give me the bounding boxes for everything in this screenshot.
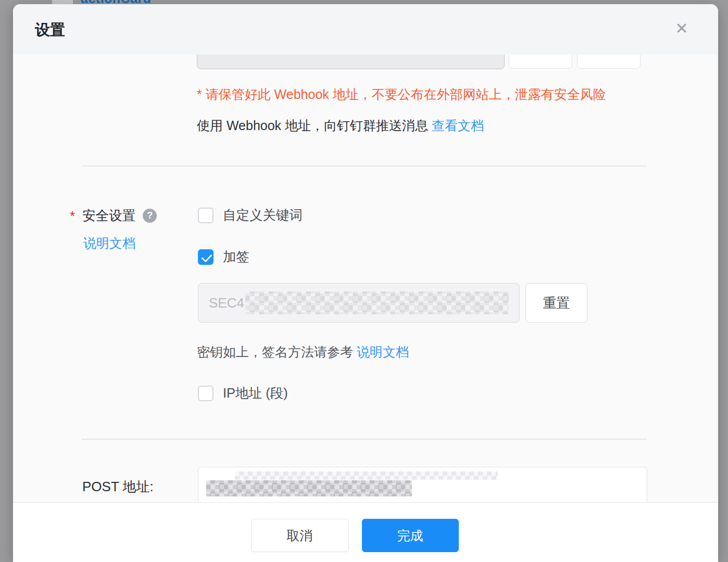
dialog-body[interactable]: * 请保管好此 Webhook 地址，不要公布在外部网站上，泄露有安全风险 使用… [13,55,718,502]
required-asterisk: * [70,208,75,224]
settings-dialog: 设置 ✕ * 请保管好此 Webhook 地址，不要公布在外部网站上，泄露有安全… [13,4,718,562]
masked-secret-value [245,291,509,314]
option-row-sign: 加签 [198,248,249,266]
footer-button-row: 取消 完成 [13,519,707,552]
keywords-checkbox-label: 自定义关键词 [223,206,303,224]
sign-secret-input[interactable]: SEC4 [198,283,520,323]
confirm-button[interactable]: 完成 [362,519,459,552]
post-address-input[interactable] [198,467,647,502]
webhook-action-button-1[interactable] [509,55,572,69]
webhook-action-button-2[interactable] [577,55,641,69]
view-docs-link[interactable]: 查看文档 [432,118,484,133]
background-page-edge [52,0,73,4]
security-docs-link[interactable]: 说明文档 [83,235,135,252]
ip-checkbox-label: IP地址 (段) [223,384,288,402]
background-page-tab: actionCard [81,0,195,4]
option-row-ip: IP地址 (段) [198,384,288,402]
dialog-title: 设置 [35,20,65,41]
webhook-usage-label: 使用 Webhook 地址，向钉钉群推送消息 [197,118,428,133]
close-icon[interactable]: ✕ [672,19,691,38]
security-settings-label-row: * 安全设置 ? [70,207,157,225]
security-settings-label: 安全设置 [82,207,135,225]
sign-docs-link[interactable]: 说明文档 [357,344,409,359]
dialog-header: 设置 ✕ [13,4,718,55]
section-divider [82,165,647,167]
sign-secret-prefix: SEC4 [209,295,244,311]
post-address-label: POST 地址: [82,478,154,496]
reset-button[interactable]: 重置 [525,283,587,323]
sign-hint-label: 密钥如上，签名方法请参考 [197,344,353,359]
option-row-keywords: 自定义关键词 [198,206,303,224]
webhook-url-input[interactable] [197,55,505,69]
background-page-tab-label: actionCard [81,0,152,4]
webhook-usage-text: 使用 Webhook 地址，向钉钉群推送消息 查看文档 [197,117,484,134]
keywords-checkbox[interactable] [198,208,214,223]
webhook-warning-text: * 请保管好此 Webhook 地址，不要公布在外部网站上，泄露有安全风险 [197,86,606,103]
help-icon[interactable]: ? [143,209,157,223]
screen: actionCard 设置 ✕ * 请保管好此 Webhook 地址，不要公布在… [0,0,728,562]
section-divider [82,439,647,440]
sign-checkbox[interactable] [198,249,214,265]
masked-post-value [206,480,412,496]
sign-checkbox-label: 加签 [223,248,249,266]
sign-hint-text: 密钥如上，签名方法请参考 说明文档 [197,343,409,361]
masked-post-value [235,471,498,480]
dialog-footer: 取消 完成 [13,502,718,562]
cancel-button[interactable]: 取消 [251,519,349,552]
ip-checkbox[interactable] [198,386,214,401]
